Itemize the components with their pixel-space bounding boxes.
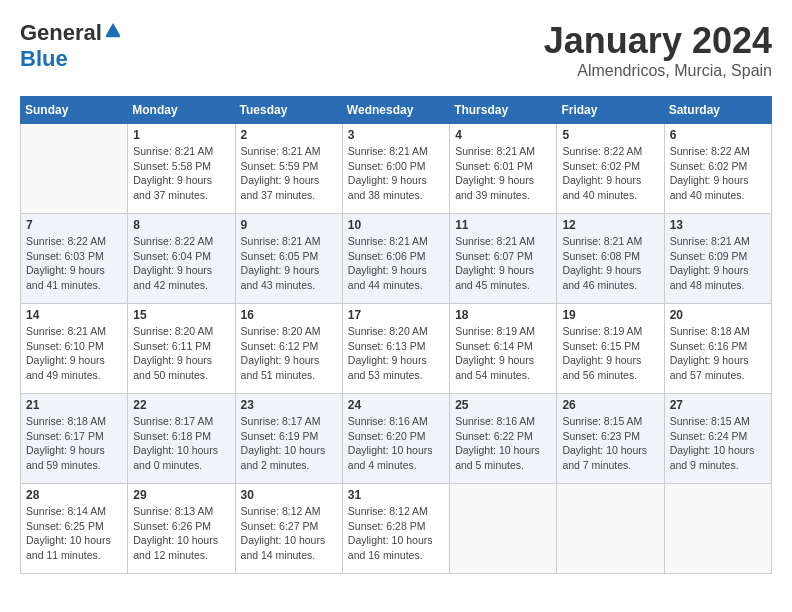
- day-cell: 2Sunrise: 8:21 AMSunset: 5:59 PMDaylight…: [235, 124, 342, 214]
- day-info: Sunrise: 8:21 AMSunset: 5:58 PMDaylight:…: [133, 144, 229, 203]
- day-cell: [557, 484, 664, 574]
- logo-blue: Blue: [20, 46, 68, 71]
- day-info: Sunrise: 8:14 AMSunset: 6:25 PMDaylight:…: [26, 504, 122, 563]
- day-info: Sunrise: 8:16 AMSunset: 6:20 PMDaylight:…: [348, 414, 444, 473]
- logo-general: General: [20, 20, 102, 46]
- day-number: 30: [241, 488, 337, 502]
- day-info: Sunrise: 8:19 AMSunset: 6:14 PMDaylight:…: [455, 324, 551, 383]
- day-cell: 6Sunrise: 8:22 AMSunset: 6:02 PMDaylight…: [664, 124, 771, 214]
- day-number: 10: [348, 218, 444, 232]
- day-cell: 20Sunrise: 8:18 AMSunset: 6:16 PMDayligh…: [664, 304, 771, 394]
- day-cell: 3Sunrise: 8:21 AMSunset: 6:00 PMDaylight…: [342, 124, 449, 214]
- day-number: 15: [133, 308, 229, 322]
- day-info: Sunrise: 8:22 AMSunset: 6:03 PMDaylight:…: [26, 234, 122, 293]
- day-cell: 23Sunrise: 8:17 AMSunset: 6:19 PMDayligh…: [235, 394, 342, 484]
- day-info: Sunrise: 8:22 AMSunset: 6:02 PMDaylight:…: [670, 144, 766, 203]
- day-number: 5: [562, 128, 658, 142]
- day-info: Sunrise: 8:21 AMSunset: 6:08 PMDaylight:…: [562, 234, 658, 293]
- day-number: 1: [133, 128, 229, 142]
- day-info: Sunrise: 8:20 AMSunset: 6:13 PMDaylight:…: [348, 324, 444, 383]
- day-number: 3: [348, 128, 444, 142]
- week-row-3: 14Sunrise: 8:21 AMSunset: 6:10 PMDayligh…: [21, 304, 772, 394]
- day-info: Sunrise: 8:12 AMSunset: 6:27 PMDaylight:…: [241, 504, 337, 563]
- day-number: 22: [133, 398, 229, 412]
- day-number: 18: [455, 308, 551, 322]
- day-cell: 15Sunrise: 8:20 AMSunset: 6:11 PMDayligh…: [128, 304, 235, 394]
- day-cell: 17Sunrise: 8:20 AMSunset: 6:13 PMDayligh…: [342, 304, 449, 394]
- day-info: Sunrise: 8:21 AMSunset: 6:09 PMDaylight:…: [670, 234, 766, 293]
- day-info: Sunrise: 8:21 AMSunset: 6:06 PMDaylight:…: [348, 234, 444, 293]
- day-cell: 7Sunrise: 8:22 AMSunset: 6:03 PMDaylight…: [21, 214, 128, 304]
- day-info: Sunrise: 8:21 AMSunset: 6:00 PMDaylight:…: [348, 144, 444, 203]
- day-cell: 10Sunrise: 8:21 AMSunset: 6:06 PMDayligh…: [342, 214, 449, 304]
- day-number: 24: [348, 398, 444, 412]
- day-cell: 26Sunrise: 8:15 AMSunset: 6:23 PMDayligh…: [557, 394, 664, 484]
- day-info: Sunrise: 8:21 AMSunset: 6:07 PMDaylight:…: [455, 234, 551, 293]
- week-row-2: 7Sunrise: 8:22 AMSunset: 6:03 PMDaylight…: [21, 214, 772, 304]
- week-row-5: 28Sunrise: 8:14 AMSunset: 6:25 PMDayligh…: [21, 484, 772, 574]
- day-number: 29: [133, 488, 229, 502]
- day-number: 8: [133, 218, 229, 232]
- weekday-header-saturday: Saturday: [664, 97, 771, 124]
- day-cell: 28Sunrise: 8:14 AMSunset: 6:25 PMDayligh…: [21, 484, 128, 574]
- day-cell: 5Sunrise: 8:22 AMSunset: 6:02 PMDaylight…: [557, 124, 664, 214]
- day-cell: 4Sunrise: 8:21 AMSunset: 6:01 PMDaylight…: [450, 124, 557, 214]
- day-info: Sunrise: 8:17 AMSunset: 6:19 PMDaylight:…: [241, 414, 337, 473]
- day-info: Sunrise: 8:18 AMSunset: 6:16 PMDaylight:…: [670, 324, 766, 383]
- day-cell: 27Sunrise: 8:15 AMSunset: 6:24 PMDayligh…: [664, 394, 771, 484]
- logo: General Blue: [20, 20, 122, 72]
- day-cell: 8Sunrise: 8:22 AMSunset: 6:04 PMDaylight…: [128, 214, 235, 304]
- page-header: General Blue January 2024 Almendricos, M…: [20, 20, 772, 80]
- day-number: 12: [562, 218, 658, 232]
- day-info: Sunrise: 8:22 AMSunset: 6:04 PMDaylight:…: [133, 234, 229, 293]
- day-cell: 25Sunrise: 8:16 AMSunset: 6:22 PMDayligh…: [450, 394, 557, 484]
- day-cell: 11Sunrise: 8:21 AMSunset: 6:07 PMDayligh…: [450, 214, 557, 304]
- weekday-header-monday: Monday: [128, 97, 235, 124]
- day-number: 31: [348, 488, 444, 502]
- day-cell: 13Sunrise: 8:21 AMSunset: 6:09 PMDayligh…: [664, 214, 771, 304]
- day-info: Sunrise: 8:21 AMSunset: 6:10 PMDaylight:…: [26, 324, 122, 383]
- day-info: Sunrise: 8:17 AMSunset: 6:18 PMDaylight:…: [133, 414, 229, 473]
- day-cell: [21, 124, 128, 214]
- day-number: 4: [455, 128, 551, 142]
- day-info: Sunrise: 8:19 AMSunset: 6:15 PMDaylight:…: [562, 324, 658, 383]
- location: Almendricos, Murcia, Spain: [544, 62, 772, 80]
- weekday-header-row: SundayMondayTuesdayWednesdayThursdayFrid…: [21, 97, 772, 124]
- day-number: 13: [670, 218, 766, 232]
- day-info: Sunrise: 8:15 AMSunset: 6:24 PMDaylight:…: [670, 414, 766, 473]
- month-title: January 2024: [544, 20, 772, 62]
- day-info: Sunrise: 8:12 AMSunset: 6:28 PMDaylight:…: [348, 504, 444, 563]
- day-cell: 24Sunrise: 8:16 AMSunset: 6:20 PMDayligh…: [342, 394, 449, 484]
- day-cell: 21Sunrise: 8:18 AMSunset: 6:17 PMDayligh…: [21, 394, 128, 484]
- logo-icon: [104, 22, 122, 40]
- day-cell: 16Sunrise: 8:20 AMSunset: 6:12 PMDayligh…: [235, 304, 342, 394]
- day-number: 16: [241, 308, 337, 322]
- day-cell: 12Sunrise: 8:21 AMSunset: 6:08 PMDayligh…: [557, 214, 664, 304]
- weekday-header-thursday: Thursday: [450, 97, 557, 124]
- day-cell: 9Sunrise: 8:21 AMSunset: 6:05 PMDaylight…: [235, 214, 342, 304]
- day-cell: 31Sunrise: 8:12 AMSunset: 6:28 PMDayligh…: [342, 484, 449, 574]
- day-number: 11: [455, 218, 551, 232]
- day-cell: 22Sunrise: 8:17 AMSunset: 6:18 PMDayligh…: [128, 394, 235, 484]
- day-info: Sunrise: 8:18 AMSunset: 6:17 PMDaylight:…: [26, 414, 122, 473]
- calendar-table: SundayMondayTuesdayWednesdayThursdayFrid…: [20, 96, 772, 574]
- day-info: Sunrise: 8:16 AMSunset: 6:22 PMDaylight:…: [455, 414, 551, 473]
- day-number: 23: [241, 398, 337, 412]
- day-number: 19: [562, 308, 658, 322]
- weekday-header-friday: Friday: [557, 97, 664, 124]
- title-block: January 2024 Almendricos, Murcia, Spain: [544, 20, 772, 80]
- day-number: 25: [455, 398, 551, 412]
- day-cell: 19Sunrise: 8:19 AMSunset: 6:15 PMDayligh…: [557, 304, 664, 394]
- day-number: 26: [562, 398, 658, 412]
- day-info: Sunrise: 8:13 AMSunset: 6:26 PMDaylight:…: [133, 504, 229, 563]
- day-cell: 29Sunrise: 8:13 AMSunset: 6:26 PMDayligh…: [128, 484, 235, 574]
- day-info: Sunrise: 8:15 AMSunset: 6:23 PMDaylight:…: [562, 414, 658, 473]
- day-info: Sunrise: 8:22 AMSunset: 6:02 PMDaylight:…: [562, 144, 658, 203]
- day-number: 7: [26, 218, 122, 232]
- weekday-header-tuesday: Tuesday: [235, 97, 342, 124]
- day-number: 17: [348, 308, 444, 322]
- day-number: 6: [670, 128, 766, 142]
- day-number: 21: [26, 398, 122, 412]
- day-number: 27: [670, 398, 766, 412]
- day-cell: 14Sunrise: 8:21 AMSunset: 6:10 PMDayligh…: [21, 304, 128, 394]
